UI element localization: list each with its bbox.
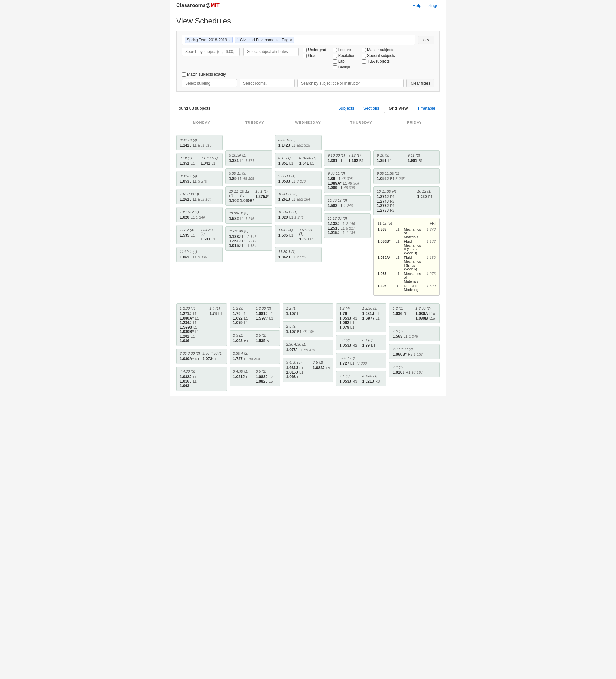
- day-wednesday: WEDNESDAY: [283, 118, 333, 127]
- view-tabs: Subjects Sections Grid View Timetable: [334, 103, 440, 113]
- wed-11-12: 11-12 (4) 1.535L1 11-12:30 (1) 1.63JL1: [275, 225, 322, 244]
- clear-filters-button[interactable]: Clear filters: [407, 79, 434, 88]
- tooltip-row: 1.035 L1 Mechanics of Materials 1-273: [378, 272, 435, 283]
- wed-2-5: 2-5 (2) 1.107B148-109: [283, 322, 333, 337]
- thu-2:30-4: 2:30-4 (2) 1.727L148-308: [336, 353, 387, 368]
- mon-11-12: 11-12 (4) 1.535L1 11-12:30 (1) 1.63JL1: [176, 225, 223, 244]
- tue-2:30-4: 2:30-4 (2) 1.727L148-308: [230, 349, 280, 364]
- tuesday-pm-column: 1-2 (3) 1.79L1 1.092L1 1.079L1 1-2:30 (2…: [230, 303, 280, 391]
- thursday-column: 9-10:30 (1) 1.381L1 9-12 (1) 1.102B1 9:3…: [324, 135, 371, 296]
- schedule-grid-am: 8:30-10 (3) 1.142JL1E51-315 9-10 (1) 1.3…: [176, 135, 440, 296]
- header-links: Help lsinger: [407, 3, 440, 8]
- tue-10:30-12: 10:30-12 (3) 1.582L11-246: [225, 208, 272, 224]
- fri-9:30-11:30: 9:30-11:30 (1) 1.056JB18-205: [373, 168, 440, 184]
- fri-spacer: [373, 135, 440, 148]
- mon-2:30-4:30: 2:30-3:30 (2) 1.080A*R1 2:30-4:30 (1) 1.…: [176, 349, 227, 364]
- friday-pm-column: 1-2 (1) 1.036R1 1-2:30 (2) 1.080AL1a 1.0…: [389, 303, 440, 391]
- remove-term-tag[interactable]: ×: [228, 38, 230, 42]
- thu-spacer: [324, 135, 371, 148]
- tue-2-5: 2-3 (1) 1.092B1 2-5 (2) 1.535B1: [230, 330, 280, 346]
- tuesday-column: 9-10:30 (1) 1.381L11-371 9:30-11 (3) 1.8…: [225, 135, 272, 296]
- thu-1-2:30: 1-2 (4) 1.79L1 1.053JR1 1.092L1 1.079L1 …: [336, 303, 387, 332]
- dept-tag[interactable]: 1 Civil and Environmental Eng ×: [235, 37, 294, 43]
- mon-10-11:30: 10-11:30 (3) 1.261JL1E52-164: [176, 189, 223, 204]
- building-select-input[interactable]: [182, 79, 237, 88]
- tab-grid-view[interactable]: Grid View: [384, 103, 413, 113]
- fri-1-2:30: 1-2 (1) 1.036R1 1-2:30 (2) 1.080AL1a 1.0…: [389, 303, 440, 323]
- search-subject-input[interactable]: [182, 47, 239, 56]
- help-link[interactable]: Help: [413, 3, 421, 8]
- tooltip-row: 1.535 L1 Mechanics of Materials 1-273: [378, 227, 435, 239]
- thu-3-4:30: 3-4 (1) 1.053JR3 3-4:30 (1) 1.021JR3: [336, 371, 387, 386]
- wednesday-pm-column: 1-2 (1) 1.107L1 2-5 (2) 1.107B148-109 2:…: [283, 303, 333, 391]
- tab-subjects[interactable]: Subjects: [334, 104, 359, 112]
- term-dept-input[interactable]: Spring Term 2018-2019 × 1 Civil and Envi…: [182, 35, 415, 45]
- monday-column: 8:30-10 (3) 1.142JL1E51-315 9-10 (1) 1.3…: [176, 135, 223, 296]
- remove-dept-tag[interactable]: ×: [290, 38, 292, 42]
- monday-pm-column: 1-2:30 (7) 1.271JL1 1.080A*L1 1.234JL1 1…: [176, 303, 227, 391]
- mon-9-10: 9-10 (1) 1.351L1 9-10:30 (1) 1.041L1: [176, 153, 223, 168]
- mon-8:30-10: 8:30-10 (3) 1.142JL1E51-315: [176, 135, 223, 151]
- wed-9:30-11: 9:30-11 (4) 1.053JL13-270: [275, 171, 322, 187]
- thu-9:30-11: 9:30-11 (3) 1.89L148-308 1.089A*L148-308…: [324, 168, 371, 193]
- tue-10-12: 10-11 (1) 1.102 10-12 (2) 1.060B* 10-1 (…: [225, 187, 272, 206]
- grad-checkbox[interactable]: Grad: [302, 53, 326, 58]
- mon-10:30-12: 10:30-12 (1) 1.020L11-246: [176, 207, 223, 223]
- tue-3-5: 3-4:30 (1) 1.021JL1 3-5 (2) 1.082JL2 1.0…: [230, 366, 280, 386]
- lecture-checkbox[interactable]: Lecture: [333, 47, 355, 52]
- day-thursday: THURSDAY: [336, 118, 387, 127]
- mon-9:30-11: 9:30-11 (4) 1.053JL13-270: [176, 171, 223, 187]
- lab-checkbox[interactable]: Lab: [333, 59, 355, 64]
- wed-2:30-4:30: 2:30-4:30 (1) 1.073*L148-316: [283, 340, 333, 355]
- tba-checkbox[interactable]: TBA subjects: [362, 59, 395, 64]
- tooltip-row: 1.060B* L1 Fluid Mechanics II (Starts We…: [378, 239, 435, 255]
- fri-11-12-tooltip: 11-12 (5) FRI 1.535 L1 Mechanics of Mate…: [373, 218, 440, 296]
- wednesday-column: 8:30-10 (3) 1.142JL1E51-315 9-10 (1) 1.3…: [275, 135, 322, 296]
- fri-2-5: 2-5 (1) 1.563L11-246: [389, 326, 440, 342]
- wed-8:30-10: 8:30-10 (3) 1.142JL1E51-315: [275, 135, 322, 151]
- match-exactly-checkbox[interactable]: Match subjects exactly: [182, 72, 226, 76]
- day-friday: FRIDAY: [389, 118, 440, 127]
- thursday-pm-column: 1-2 (4) 1.79L1 1.053JR1 1.092L1 1.079L1 …: [336, 303, 387, 391]
- thu-11-12:30: 11-12:30 (3) 1.138JL12-146 1.251JL15-217…: [324, 214, 371, 238]
- undergrad-checkbox[interactable]: Undergrad: [302, 47, 326, 52]
- logo-mit: MIT: [210, 3, 220, 8]
- select-attr-input[interactable]: [244, 47, 299, 56]
- wed-9-10: 9-10 (1) 1.351L1 9-10:30 (1) 1.041L1: [275, 153, 322, 168]
- special-checkbox[interactable]: Special subjects: [362, 53, 395, 58]
- wed-10-11:30: 10-11:30 (3) 1.261JL1E52-164: [275, 189, 322, 204]
- fri-10-11:30: 10-11:30 (4) 1.274JR1 1.274JR2 1.273JR1 …: [373, 187, 440, 216]
- fri-3-4: 3-4 (1) 1.016JR116-168: [389, 362, 440, 378]
- app-logo: Classrooms@MIT: [176, 3, 220, 8]
- go-button[interactable]: Go: [418, 36, 434, 44]
- thu-9-10:30: 9-10:30 (1) 1.381L1 9-12 (1) 1.102B1: [324, 151, 371, 166]
- tue-1-2:30: 1-2 (3) 1.79L1 1.092L1 1.079L1 1-2:30 (2…: [230, 303, 280, 328]
- tab-timetable[interactable]: Timetable: [413, 104, 440, 112]
- user-link[interactable]: lsinger: [428, 3, 440, 8]
- tue-9:30-11: 9:30-11 (3) 1.89L148-308: [225, 168, 272, 184]
- title-search-input[interactable]: [297, 79, 404, 88]
- term-tag[interactable]: Spring Term 2018-2019 ×: [185, 37, 233, 43]
- tue-11-12:30: 11-12:30 (3) 1.138JL12-146 1.251JL15-217…: [225, 226, 272, 251]
- wed-1-2: 1-2 (1) 1.107L1: [283, 303, 333, 319]
- mon-1-2:30: 1-2:30 (7) 1.271JL1 1.080A*L1 1.234JL1 1…: [176, 303, 227, 346]
- thu-10:30-12: 10:30-12 (3) 1.582L11-246: [324, 195, 371, 211]
- tue-spacer: [225, 135, 272, 148]
- wed-10:30-12: 10:30-12 (1) 1.020L11-246: [275, 207, 322, 223]
- tab-sections[interactable]: Sections: [359, 104, 384, 112]
- results-count: Found 83 subjects.: [176, 106, 212, 110]
- fri-2:30-4:30: 2:30-4:30 (2) 1.060B*R21-132: [389, 344, 440, 359]
- room-select-input[interactable]: [239, 79, 295, 88]
- design-checkbox[interactable]: Design: [333, 65, 355, 69]
- day-tuesday: TUESDAY: [230, 118, 280, 127]
- day-monday: MONDAY: [176, 118, 227, 127]
- tue-9-10:30: 9-10:30 (1) 1.381L11-371: [225, 151, 272, 166]
- wed-3-5: 3-4:30 (3) 1.631JL1 1.016JL1 1.063L1 3-5…: [283, 357, 333, 382]
- fri-9-10: 9-10 (3) 1.351L1 9-11 (2) 1.001B1: [373, 151, 440, 166]
- tooltip-row: 1.202 R1 Demand Modeling 1-390: [378, 284, 435, 292]
- master-checkbox[interactable]: Master subjects: [362, 47, 395, 52]
- recitation-checkbox[interactable]: Recitation: [333, 53, 355, 58]
- day-headers: MONDAY TUESDAY WEDNESDAY THURSDAY FRIDAY: [176, 118, 440, 127]
- schedule-grid-pm: 1-2:30 (7) 1.271JL1 1.080A*L1 1.234JL1 1…: [176, 303, 440, 391]
- mon-4-4:30: 4-4:30 (3) 1.082JL1 1.016JL1 1.063L1: [176, 366, 227, 391]
